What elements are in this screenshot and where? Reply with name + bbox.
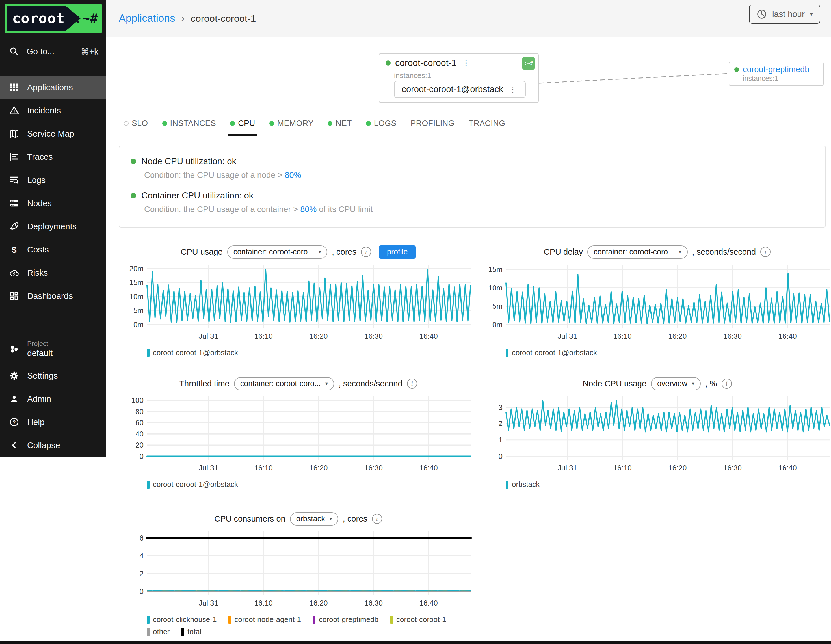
sidebar-item-settings[interactable]: Settings bbox=[0, 364, 106, 387]
chart-selector-dropdown[interactable]: overview▾ bbox=[651, 377, 701, 391]
coroot-logo-wordmark: coroot bbox=[6, 6, 81, 31]
tab-profiling[interactable]: PROFILING bbox=[411, 119, 455, 129]
tab-tracing[interactable]: TRACING bbox=[469, 119, 505, 129]
legend-swatch bbox=[147, 481, 150, 488]
legend-item[interactable]: coroot-clickhouse-1 bbox=[147, 615, 217, 624]
legend-item[interactable]: coroot-coroot-1@orbstack bbox=[506, 348, 597, 357]
svg-text:$: $ bbox=[12, 245, 17, 254]
info-icon[interactable]: i bbox=[372, 514, 382, 524]
chart-unit: , % bbox=[705, 379, 717, 389]
chart-plot[interactable]: Jul 3116:1016:2016:3016:400m5m10m15m20m bbox=[119, 262, 478, 347]
chart-plot[interactable]: Jul 3116:1016:2016:3016:400123 bbox=[478, 394, 831, 478]
sidebar-item-logs[interactable]: Logs bbox=[0, 169, 106, 192]
tab-logs[interactable]: LOGS bbox=[366, 119, 396, 129]
sidebar-item-incidents[interactable]: Incidents bbox=[0, 99, 106, 122]
chart-plot[interactable]: Jul 3116:1016:2016:3016:400246 bbox=[119, 529, 478, 614]
sidebar-item-deployments[interactable]: Deployments bbox=[0, 215, 106, 238]
legend-label: coroot-coroot-1@orbstack bbox=[153, 348, 238, 357]
sidebar-item-admin[interactable]: Admin bbox=[0, 387, 106, 410]
chart-selector-dropdown[interactable]: container: coroot-coro...▾ bbox=[234, 377, 334, 391]
legend-item[interactable]: other bbox=[147, 627, 170, 636]
sidebar-item-service-map[interactable]: Service Map bbox=[0, 122, 106, 145]
goto-search[interactable]: Go to... ⌘+k bbox=[0, 42, 106, 61]
legend-item[interactable]: total bbox=[181, 627, 201, 636]
chart-selector-dropdown[interactable]: container: coroot-coro...▾ bbox=[587, 245, 688, 259]
svg-text:3: 3 bbox=[498, 403, 503, 411]
sidebar-item-label: Dashboards bbox=[27, 291, 73, 301]
threshold-link[interactable]: 80% bbox=[285, 171, 301, 180]
chart-throttled-time: Throttled time container: coroot-coro...… bbox=[119, 374, 478, 489]
sidebar-divider bbox=[0, 70, 106, 70]
profile-button[interactable]: profile bbox=[379, 245, 416, 259]
sidebar-collapse[interactable]: Collapse bbox=[0, 434, 106, 457]
info-icon[interactable]: i bbox=[407, 379, 417, 389]
chart-plot[interactable]: Jul 3116:1016:2016:3016:400m5m10m15m bbox=[478, 262, 831, 347]
check-node-cpu: Node CPU utilization: ok Condition: the … bbox=[131, 156, 814, 180]
check-title: Node CPU utilization: ok bbox=[141, 156, 236, 166]
legend-item[interactable]: orbstack bbox=[506, 480, 540, 489]
svg-text:16:20: 16:20 bbox=[309, 332, 328, 340]
svg-text:60: 60 bbox=[135, 418, 143, 427]
terminal-badge[interactable]: :~# bbox=[522, 57, 535, 70]
breadcrumb-applications-link[interactable]: Applications bbox=[119, 13, 175, 24]
tab-cpu[interactable]: CPU bbox=[230, 119, 255, 129]
tab-instances[interactable]: INSTANCES bbox=[162, 119, 216, 129]
check-condition: Condition: the CPU usage of a node > 80% bbox=[144, 171, 814, 180]
coroot-logo[interactable]: coroot :~# bbox=[5, 4, 102, 33]
tab-status-dot bbox=[230, 121, 235, 126]
info-icon[interactable]: i bbox=[361, 247, 371, 257]
kebab-menu-icon[interactable]: ⋮ bbox=[461, 58, 471, 68]
service-map-upstream-card[interactable]: coroot-greptimedb instances:1 bbox=[729, 62, 824, 86]
svg-text:16:20: 16:20 bbox=[668, 332, 686, 340]
status-dot bbox=[734, 67, 739, 72]
svg-text:5m: 5m bbox=[492, 302, 503, 311]
tab-memory[interactable]: MEMORY bbox=[269, 119, 314, 129]
legend-item[interactable]: coroot-greptimedb bbox=[313, 615, 379, 624]
legend-item[interactable]: coroot-coroot-1@orbstack bbox=[147, 480, 238, 489]
tab-slo[interactable]: SLO bbox=[124, 119, 148, 129]
legend-swatch bbox=[506, 481, 508, 488]
sidebar-item-label: Settings bbox=[27, 371, 58, 381]
sidebar-item-label: Costs bbox=[27, 245, 49, 254]
info-icon[interactable]: i bbox=[722, 379, 732, 389]
chart-unit: , cores bbox=[343, 514, 368, 524]
svg-text:16:40: 16:40 bbox=[419, 464, 438, 472]
upstream-app-link[interactable]: coroot-greptimedb bbox=[743, 65, 809, 74]
chart-cpu-delay: CPU delay container: coroot-coro...▾ , s… bbox=[478, 242, 831, 357]
sidebar-item-label: Service Map bbox=[27, 129, 74, 139]
chart-cpu-usage: CPU usage container: coroot-coro...▾ , c… bbox=[119, 242, 478, 357]
svg-text:16:10: 16:10 bbox=[255, 599, 273, 607]
upstream-instances-count: instances:1 bbox=[743, 74, 823, 83]
legend-item[interactable]: coroot-coroot-1 bbox=[390, 615, 446, 624]
chart-plot[interactable]: Jul 3116:1016:2016:3016:40020406080100 bbox=[119, 394, 478, 478]
kebab-menu-icon[interactable]: ⋮ bbox=[508, 85, 518, 94]
sidebar-item-nodes[interactable]: Nodes bbox=[0, 192, 106, 215]
sidebar-project-switcher[interactable]: Project default bbox=[0, 336, 106, 362]
sidebar-item-applications[interactable]: Applications bbox=[0, 76, 106, 99]
time-range-picker[interactable]: last hour ▾ bbox=[749, 5, 820, 24]
info-icon[interactable]: i bbox=[760, 247, 771, 257]
svg-text:16:10: 16:10 bbox=[255, 464, 273, 472]
svg-text:4: 4 bbox=[140, 552, 143, 560]
chart-selector-dropdown[interactable]: orbstack▾ bbox=[290, 512, 338, 526]
chart-selector-dropdown[interactable]: container: coroot-coro...▾ bbox=[227, 245, 327, 259]
sidebar-item-help[interactable]: ? Help bbox=[0, 410, 106, 434]
sidebar-item-costs[interactable]: $ Costs bbox=[0, 238, 106, 261]
svg-text:Jul 31: Jul 31 bbox=[199, 464, 218, 472]
dropdown-arrow-icon: ▾ bbox=[330, 516, 332, 522]
chart-unit: , cores bbox=[332, 247, 357, 257]
legend-label: coroot-coroot-1@orbstack bbox=[512, 348, 597, 357]
legend-item[interactable]: coroot-coroot-1@orbstack bbox=[147, 348, 238, 357]
tab-label: CPU bbox=[238, 119, 255, 128]
instance-box[interactable]: coroot-coroot-1@orbstack ⋮ bbox=[394, 81, 526, 98]
sidebar-item-traces[interactable]: Traces bbox=[0, 145, 106, 169]
threshold-link[interactable]: 80% bbox=[300, 205, 317, 214]
sidebar-item-dashboards[interactable]: Dashboards bbox=[0, 284, 106, 308]
service-map-app-card[interactable]: coroot-coroot-1 ⋮ :~# instances:1 coroot… bbox=[379, 53, 539, 103]
svg-text:20: 20 bbox=[135, 441, 143, 449]
tab-net[interactable]: NET bbox=[328, 119, 352, 129]
sidebar-item-risks[interactable]: Risks bbox=[0, 261, 106, 284]
legend-item[interactable]: coroot-node-agent-1 bbox=[228, 615, 301, 624]
project-icon bbox=[9, 344, 19, 354]
legend-swatch bbox=[506, 349, 508, 357]
